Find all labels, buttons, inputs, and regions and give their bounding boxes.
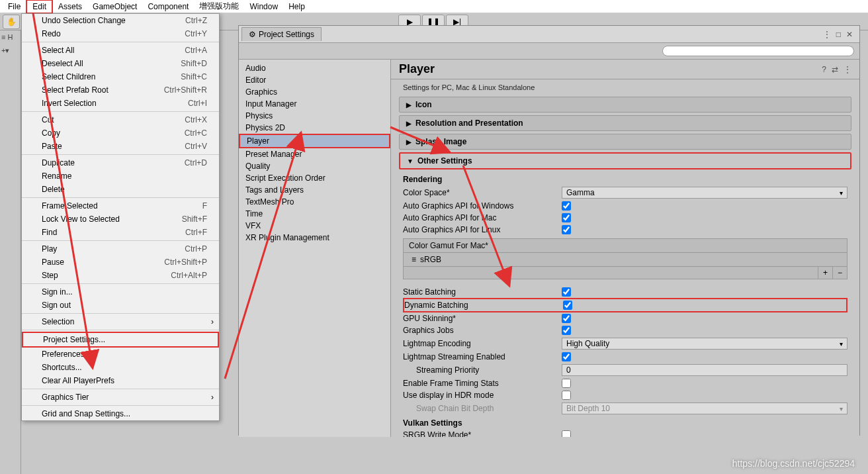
settings-panel: Player ? ⇄ ⋮ Settings for PC, Mac & Linu… [391, 60, 859, 437]
category-physics-2d[interactable]: Physics 2D [239, 122, 390, 134]
project-settings-tab[interactable]: ⚙ Project Settings [241, 27, 322, 41]
shortcut-label: Ctrl+Shift+P [164, 258, 207, 267]
label: Lightmap Encoding [403, 339, 562, 348]
menu-item-preferences-[interactable]: Preferences... [22, 348, 219, 361]
category-quality[interactable]: Quality [239, 160, 390, 172]
section-icon[interactable]: ▶Icon [399, 97, 851, 113]
menu-item-step[interactable]: StepCtrl+Alt+P [22, 269, 219, 282]
hierarchy-tab[interactable]: ≡ H [0, 30, 21, 44]
field-color-space: Color Space* Gamma [403, 185, 847, 200]
checkbox[interactable] [563, 301, 572, 310]
panel-header: Player ? ⇄ ⋮ [391, 60, 859, 79]
project-settings-window: ⚙ Project Settings ⋮ □ ✕ AudioEditorGrap… [238, 25, 860, 436]
category-textmesh-pro[interactable]: TextMesh Pro [239, 196, 390, 208]
gear-icon: ⚙ [249, 30, 256, 39]
category-vfx[interactable]: VFX [239, 220, 390, 232]
menu-item-deselect-all[interactable]: Deselect AllShift+D [22, 57, 219, 70]
checkbox[interactable] [562, 225, 571, 234]
menu-assets[interactable]: Assets [53, 1, 87, 13]
rendering-content-2: Static Batching Dynamic Batching GPU Ski… [391, 285, 859, 437]
category-editor[interactable]: Editor [239, 74, 390, 86]
category-player[interactable]: Player [239, 134, 390, 148]
category-preset-manager[interactable]: Preset Manager [239, 148, 390, 160]
menu-item-clear-all-playerprefs[interactable]: Clear All PlayerPrefs [22, 374, 219, 387]
hand-icon: ✋ [7, 17, 17, 26]
checkbox[interactable] [562, 287, 571, 297]
category-time[interactable]: Time [239, 208, 390, 220]
menu-item-paste[interactable]: PasteCtrl+V [22, 140, 219, 153]
category-physics[interactable]: Physics [239, 110, 390, 122]
checkbox[interactable] [562, 326, 571, 335]
shortcut-label: Shift+D [181, 59, 207, 68]
window-menu-icon[interactable]: ⋮ [823, 30, 831, 39]
checkbox[interactable] [562, 213, 571, 222]
menu-file[interactable]: File [3, 1, 26, 13]
menu-item-cut[interactable]: CutCtrl+X [22, 113, 219, 126]
search-input[interactable] [662, 46, 854, 56]
window-close-icon[interactable]: ✕ [846, 30, 853, 39]
category-script-execution-order[interactable]: Script Execution Order [239, 172, 390, 184]
label: Enable Frame Timing Stats [403, 379, 562, 388]
window-maximize-icon[interactable]: □ [836, 30, 841, 39]
menu-item-rename[interactable]: Rename [22, 169, 219, 183]
menu-item-duplicate[interactable]: DuplicateCtrl+D [22, 156, 219, 169]
menu-item-undo-selection-change[interactable]: Undo Selection ChangeCtrl+Z [22, 14, 219, 27]
menu-item-invert-selection[interactable]: Invert SelectionCtrl+I [22, 97, 219, 110]
section-resolution[interactable]: ▶Resolution and Presentation [399, 115, 851, 131]
menu-item-grid-and-snap-settings-[interactable]: Grid and Snap Settings... [22, 407, 219, 420]
streaming-priority-input[interactable]: 0 [562, 364, 847, 376]
checkbox[interactable] [562, 201, 571, 211]
menu-item-sign-out[interactable]: Sign out [22, 299, 219, 312]
menu-item-find[interactable]: FindCtrl+F [22, 226, 219, 239]
menu-item-graphics-tier[interactable]: Graphics Tier [22, 391, 219, 404]
menu-item-frame-selected[interactable]: Frame SelectedF [22, 199, 219, 213]
help-icon[interactable]: ? [822, 65, 826, 74]
menu-item-label: Deselect All [42, 59, 83, 68]
add-gamut-button[interactable]: + [818, 267, 832, 279]
menu-window[interactable]: Window [244, 1, 283, 13]
hand-tool-button[interactable]: ✋ [3, 15, 20, 29]
menu-item-copy[interactable]: CopyCtrl+C [22, 126, 219, 140]
field-auto-api-linux: Auto Graphics API for Linux [403, 224, 847, 236]
menu-item-redo[interactable]: RedoCtrl+Y [22, 27, 219, 40]
menu-item-play[interactable]: PlayCtrl+P [22, 242, 219, 256]
menu-item-project-settings-[interactable]: Project Settings... [22, 332, 219, 348]
menu-item-pause[interactable]: PauseCtrl+Shift+P [22, 256, 219, 269]
gamut-item[interactable]: ≡sRGB [404, 253, 847, 266]
checkbox[interactable] [562, 314, 571, 323]
category-audio[interactable]: Audio [239, 62, 390, 74]
checkbox[interactable] [562, 391, 571, 400]
preset-icon[interactable]: ⇄ [832, 65, 838, 74]
menu-item-shortcuts-[interactable]: Shortcuts... [22, 361, 219, 374]
field-auto-api-mac: Auto Graphics API for Mac [403, 212, 847, 224]
category-xr-plugin-management[interactable]: XR Plugin Management [239, 232, 390, 244]
section-other-settings[interactable]: ▼Other Settings [399, 152, 851, 169]
section-splash[interactable]: ▶Splash Image [399, 134, 851, 150]
menu-icon[interactable]: ⋮ [844, 65, 851, 74]
menu-item-select-all[interactable]: Select AllCtrl+A [22, 44, 219, 57]
checkbox[interactable] [562, 430, 571, 437]
category-graphics[interactable]: Graphics [239, 86, 390, 98]
menu-item-sign-in-[interactable]: Sign in... [22, 285, 219, 299]
label: Swap Chain Bit Depth [403, 404, 562, 413]
add-button[interactable]: +▾ [0, 44, 21, 58]
category-input-manager[interactable]: Input Manager [239, 98, 390, 110]
menu-item-select-prefab-root[interactable]: Select Prefab RootCtrl+Shift+R [22, 83, 219, 97]
menu-gameobject[interactable]: GameObject [87, 1, 142, 13]
menu-item-lock-view-to-selected[interactable]: Lock View to SelectedShift+F [22, 213, 219, 226]
menu-item-select-children[interactable]: Select ChildrenShift+C [22, 70, 219, 83]
menu-edit[interactable]: Edit [26, 0, 53, 14]
menu-item-delete[interactable]: Delete [22, 183, 219, 196]
color-space-dropdown[interactable]: Gamma [562, 187, 847, 199]
lightmap-encoding-dropdown[interactable]: High Quality [562, 338, 847, 350]
checkbox[interactable] [562, 352, 571, 361]
menu-help[interactable]: Help [283, 1, 310, 13]
menu-enhanced[interactable]: 增强版功能 [194, 0, 244, 13]
checkbox[interactable] [562, 379, 571, 388]
category-tags-and-layers[interactable]: Tags and Layers [239, 184, 390, 196]
shortcut-label: Ctrl+I [188, 99, 207, 108]
menu-item-selection[interactable]: Selection [22, 315, 219, 328]
remove-gamut-button[interactable]: − [832, 267, 847, 279]
menu-component[interactable]: Component [142, 1, 194, 13]
expand-icon: ▶ [406, 138, 412, 146]
